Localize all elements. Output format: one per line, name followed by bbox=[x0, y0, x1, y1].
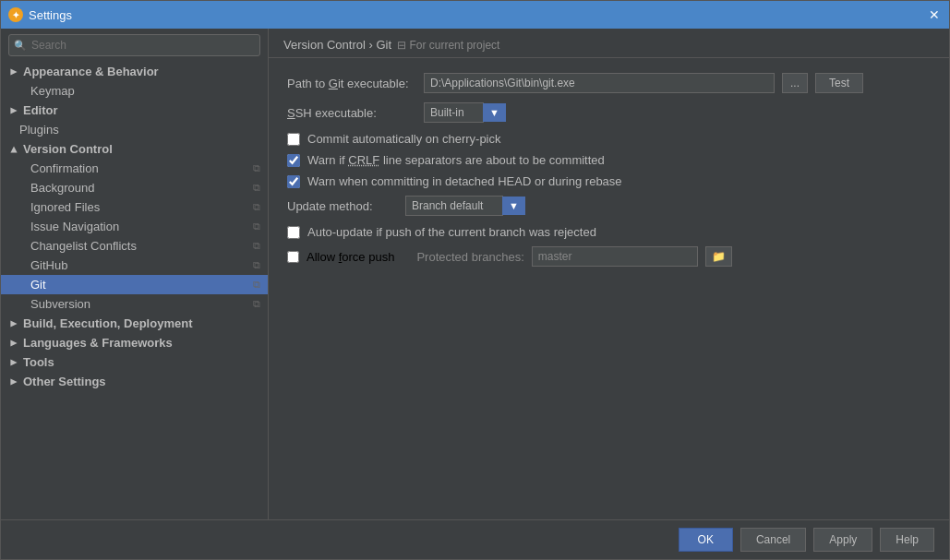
sidebar-item-build[interactable]: Build, Execution, Deployment bbox=[1, 314, 268, 333]
sidebar-item-git[interactable]: Git ⧉ bbox=[1, 275, 268, 294]
test-button[interactable]: Test bbox=[815, 73, 863, 93]
sidebar-item-plugins[interactable]: Plugins bbox=[1, 120, 268, 139]
search-icon: 🔍 bbox=[14, 40, 27, 52]
update-method-arrow[interactable]: ▼ bbox=[502, 197, 525, 215]
ssh-executable-label: SSH executable: bbox=[287, 106, 416, 120]
sidebar-item-subversion[interactable]: Subversion ⧉ bbox=[1, 294, 268, 314]
commit-cherry-pick-checkbox[interactable] bbox=[287, 133, 300, 146]
git-executable-row: Path to Git executable: ... Test bbox=[287, 73, 931, 93]
update-method-row: Update method: Branch default ▼ bbox=[287, 196, 931, 216]
ssh-executable-row: SSH executable: Built-in ▼ bbox=[287, 102, 931, 123]
sidebar-item-background[interactable]: Background ⧉ bbox=[1, 178, 268, 197]
title-bar: ✦ Settings ✕ bbox=[1, 1, 949, 29]
warn-crlf-checkbox[interactable] bbox=[287, 154, 300, 167]
breadcrumb: Version Control › Git bbox=[283, 38, 391, 52]
warn-crlf-row: Warn if CRLF line separators are about t… bbox=[287, 153, 931, 167]
warn-detached-checkbox[interactable] bbox=[287, 175, 300, 188]
help-button[interactable]: Help bbox=[880, 528, 934, 552]
settings-window: ✦ Settings ✕ 🔍 Appearance & Behavior Key… bbox=[0, 0, 950, 560]
svg-marker-1 bbox=[10, 107, 17, 113]
sidebar-item-issue-navigation[interactable]: Issue Navigation ⧉ bbox=[1, 217, 268, 236]
search-box: 🔍 bbox=[8, 34, 260, 56]
warn-detached-row: Warn when committing in detached HEAD or… bbox=[287, 174, 931, 188]
sidebar-label-other: Other Settings bbox=[23, 375, 106, 388]
warn-crlf-label: Warn if CRLF line separators are about t… bbox=[307, 153, 605, 167]
close-button[interactable]: ✕ bbox=[927, 7, 942, 22]
expand-arrow-icon-build bbox=[8, 318, 19, 329]
sidebar-item-keymap[interactable]: Keymap bbox=[1, 81, 268, 101]
content-area: 🔍 Appearance & Behavior Keymap Editor Pl… bbox=[1, 29, 949, 519]
update-method-label: Update method: bbox=[287, 199, 398, 213]
sidebar-label-vcs: Version Control bbox=[23, 142, 113, 156]
expand-arrow-icon bbox=[8, 66, 19, 77]
sidebar-label-background: Background bbox=[30, 181, 94, 195]
auto-update-checkbox[interactable] bbox=[287, 226, 300, 239]
warn-detached-label[interactable]: Warn when committing in detached HEAD or… bbox=[307, 174, 622, 188]
sidebar-label-git: Git bbox=[30, 278, 46, 292]
sidebar-item-ignored-files[interactable]: Ignored Files ⧉ bbox=[1, 197, 268, 217]
window-title: Settings bbox=[29, 8, 72, 22]
update-method-dropdown[interactable]: Branch default bbox=[405, 196, 503, 216]
protected-branches-input[interactable] bbox=[532, 246, 698, 267]
force-push-row: Allow force push Protected branches: 📁 bbox=[287, 246, 931, 267]
svg-marker-5 bbox=[10, 359, 17, 365]
sidebar-item-editor[interactable]: Editor bbox=[1, 101, 268, 120]
ssh-dropdown[interactable]: Built-in bbox=[424, 102, 484, 123]
svg-marker-2 bbox=[10, 146, 17, 152]
sidebar-label-appearance: Appearance & Behavior bbox=[23, 65, 159, 78]
sidebar-label-confirmation: Confirmation bbox=[30, 161, 99, 175]
copy-icon-github: ⧉ bbox=[253, 259, 260, 271]
apply-button[interactable]: Apply bbox=[813, 528, 872, 552]
svg-marker-0 bbox=[10, 68, 17, 75]
svg-marker-4 bbox=[10, 340, 17, 346]
sidebar-item-other[interactable]: Other Settings bbox=[1, 372, 268, 391]
force-push-checkbox[interactable] bbox=[287, 251, 299, 263]
panel-header: Version Control › Git ⊟ For current proj… bbox=[269, 29, 949, 58]
sidebar-label-tools: Tools bbox=[23, 355, 54, 369]
copy-icon-background: ⧉ bbox=[253, 182, 260, 194]
app-icon: ✦ bbox=[8, 7, 23, 22]
copy-icon-ignored: ⧉ bbox=[253, 201, 260, 213]
protected-branches-label: Protected branches: bbox=[416, 250, 523, 264]
copy-icon-confirmation: ⧉ bbox=[253, 162, 260, 174]
sidebar-label-editor: Editor bbox=[23, 103, 58, 117]
commit-cherry-pick-label[interactable]: Commit automatically on cherry-pick bbox=[307, 132, 501, 146]
sidebar-item-tools[interactable]: Tools bbox=[1, 352, 268, 372]
title-bar-left: ✦ Settings bbox=[8, 7, 72, 22]
force-push-label: Allow force push bbox=[307, 250, 394, 264]
expand-arrow-icon-lang bbox=[8, 338, 19, 349]
sidebar-label-ignored-files: Ignored Files bbox=[30, 200, 100, 214]
commit-cherry-pick-row: Commit automatically on cherry-pick bbox=[287, 132, 931, 146]
sidebar-label-changelist-conflicts: Changelist Conflicts bbox=[30, 239, 137, 253]
sidebar-item-languages[interactable]: Languages & Frameworks bbox=[1, 333, 268, 352]
copy-icon-subversion: ⧉ bbox=[253, 298, 260, 310]
expand-arrow-icon-editor bbox=[8, 105, 19, 116]
sidebar-label-github: GitHub bbox=[30, 258, 67, 272]
search-input[interactable] bbox=[8, 34, 260, 56]
sidebar-item-github[interactable]: GitHub ⧉ bbox=[1, 256, 268, 275]
svg-marker-3 bbox=[10, 320, 17, 327]
bottom-bar: OK Cancel Apply Help bbox=[1, 519, 949, 559]
auto-update-label[interactable]: Auto-update if push of the current branc… bbox=[307, 225, 596, 239]
copy-icon-git: ⧉ bbox=[253, 279, 260, 291]
sidebar-item-vcs[interactable]: Version Control bbox=[1, 139, 268, 159]
sidebar-item-appearance[interactable]: Appearance & Behavior bbox=[1, 62, 268, 81]
cancel-button[interactable]: Cancel bbox=[740, 528, 806, 552]
ok-button[interactable]: OK bbox=[679, 528, 733, 552]
sidebar-label-issue-navigation: Issue Navigation bbox=[30, 220, 119, 233]
copy-icon-changelist: ⧉ bbox=[253, 240, 260, 252]
svg-marker-6 bbox=[10, 378, 17, 385]
sidebar: 🔍 Appearance & Behavior Keymap Editor Pl… bbox=[1, 29, 269, 519]
ssh-dropdown-wrap: Built-in ▼ bbox=[424, 102, 506, 123]
git-executable-browse-button[interactable]: ... bbox=[782, 73, 808, 93]
update-method-dropdown-wrap: Branch default ▼ bbox=[405, 196, 525, 216]
sidebar-label-subversion: Subversion bbox=[30, 297, 90, 311]
sidebar-item-confirmation[interactable]: Confirmation ⧉ bbox=[1, 159, 268, 178]
project-note: ⊟ For current project bbox=[397, 39, 499, 52]
git-executable-input[interactable] bbox=[424, 73, 775, 93]
ssh-dropdown-arrow[interactable]: ▼ bbox=[483, 103, 506, 122]
protected-branches-button[interactable]: 📁 bbox=[705, 246, 732, 267]
sidebar-item-changelist-conflicts[interactable]: Changelist Conflicts ⧉ bbox=[1, 236, 268, 256]
expand-arrow-icon-other bbox=[8, 376, 19, 387]
expand-arrow-icon-vcs bbox=[8, 144, 19, 155]
